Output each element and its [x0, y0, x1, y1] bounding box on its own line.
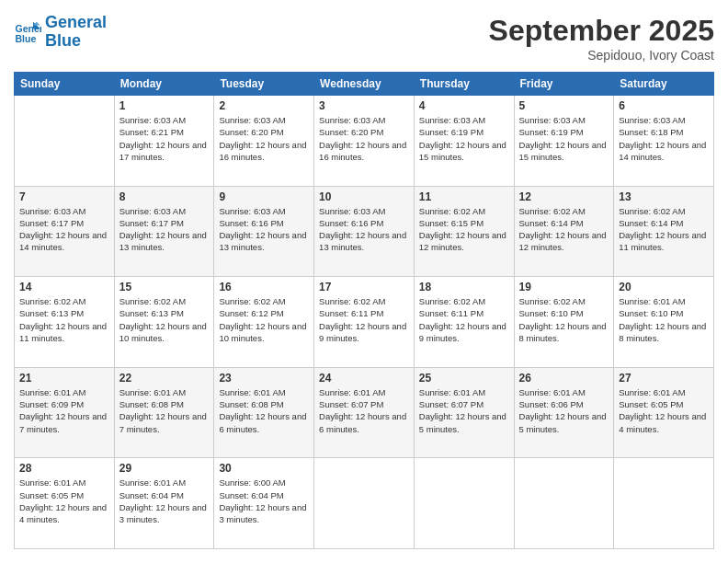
day-number: 26	[519, 372, 609, 385]
day-number: 29	[119, 462, 210, 475]
day-info: Sunrise: 6:00 AM Sunset: 6:04 PM Dayligh…	[219, 477, 309, 525]
table-row	[614, 458, 714, 549]
day-info: Sunrise: 6:03 AM Sunset: 6:16 PM Dayligh…	[319, 205, 409, 254]
day-number: 8	[119, 190, 210, 203]
table-row	[15, 96, 115, 187]
title-block: September 2025 Sepidouo, Ivory Coast	[489, 14, 714, 63]
day-number: 9	[219, 190, 309, 203]
table-row: 8Sunrise: 6:03 AM Sunset: 6:17 PM Daylig…	[114, 186, 214, 277]
day-number: 13	[619, 190, 709, 203]
day-number: 5	[519, 99, 609, 112]
day-info: Sunrise: 6:02 AM Sunset: 6:14 PM Dayligh…	[619, 205, 709, 254]
table-row: 22Sunrise: 6:01 AM Sunset: 6:08 PM Dayli…	[114, 367, 214, 458]
day-number: 22	[119, 372, 210, 385]
logo: General Blue General Blue	[14, 14, 107, 51]
day-info: Sunrise: 6:03 AM Sunset: 6:17 PM Dayligh…	[119, 205, 210, 254]
table-row: 9Sunrise: 6:03 AM Sunset: 6:16 PM Daylig…	[214, 186, 314, 277]
day-info: Sunrise: 6:02 AM Sunset: 6:15 PM Dayligh…	[419, 205, 509, 254]
table-row: 1Sunrise: 6:03 AM Sunset: 6:21 PM Daylig…	[114, 96, 214, 187]
day-number: 4	[419, 99, 509, 112]
svg-text:Blue: Blue	[16, 32, 37, 43]
table-row	[514, 458, 614, 549]
table-row: 7Sunrise: 6:03 AM Sunset: 6:17 PM Daylig…	[15, 186, 115, 277]
day-info: Sunrise: 6:03 AM Sunset: 6:19 PM Dayligh…	[519, 114, 609, 163]
table-row: 2Sunrise: 6:03 AM Sunset: 6:20 PM Daylig…	[214, 96, 314, 187]
table-row: 17Sunrise: 6:02 AM Sunset: 6:11 PM Dayli…	[314, 277, 415, 368]
day-number: 16	[219, 281, 309, 293]
table-row: 3Sunrise: 6:03 AM Sunset: 6:20 PM Daylig…	[314, 96, 415, 187]
day-info: Sunrise: 6:02 AM Sunset: 6:11 PM Dayligh…	[419, 295, 509, 344]
day-info: Sunrise: 6:02 AM Sunset: 6:12 PM Dayligh…	[219, 295, 309, 344]
day-number: 6	[619, 99, 709, 112]
table-row: 18Sunrise: 6:02 AM Sunset: 6:11 PM Dayli…	[414, 277, 514, 368]
table-row	[314, 458, 415, 549]
day-number: 15	[119, 281, 210, 293]
table-row: 24Sunrise: 6:01 AM Sunset: 6:07 PM Dayli…	[314, 367, 415, 458]
day-info: Sunrise: 6:01 AM Sunset: 6:09 PM Dayligh…	[19, 386, 109, 435]
day-info: Sunrise: 6:03 AM Sunset: 6:20 PM Dayligh…	[219, 114, 309, 163]
table-row: 11Sunrise: 6:02 AM Sunset: 6:15 PM Dayli…	[414, 186, 514, 277]
col-thursday: Thursday	[414, 73, 514, 96]
day-info: Sunrise: 6:03 AM Sunset: 6:17 PM Dayligh…	[19, 205, 109, 254]
day-info: Sunrise: 6:03 AM Sunset: 6:21 PM Dayligh…	[119, 114, 210, 163]
month-title: September 2025	[489, 14, 714, 48]
col-wednesday: Wednesday	[314, 73, 415, 96]
day-number: 12	[519, 190, 609, 203]
day-info: Sunrise: 6:01 AM Sunset: 6:05 PM Dayligh…	[19, 477, 109, 525]
day-info: Sunrise: 6:01 AM Sunset: 6:04 PM Dayligh…	[119, 477, 210, 525]
col-sunday: Sunday	[15, 73, 115, 96]
header: General Blue General Blue September 2025…	[14, 14, 714, 63]
table-row: 19Sunrise: 6:02 AM Sunset: 6:10 PM Dayli…	[514, 277, 614, 368]
table-row: 27Sunrise: 6:01 AM Sunset: 6:05 PM Dayli…	[614, 367, 714, 458]
table-row: 14Sunrise: 6:02 AM Sunset: 6:13 PM Dayli…	[15, 277, 115, 368]
day-number: 21	[19, 372, 109, 385]
table-row: 28Sunrise: 6:01 AM Sunset: 6:05 PM Dayli…	[15, 458, 115, 549]
table-row: 4Sunrise: 6:03 AM Sunset: 6:19 PM Daylig…	[414, 96, 514, 187]
day-number: 17	[319, 281, 409, 293]
day-info: Sunrise: 6:03 AM Sunset: 6:18 PM Dayligh…	[619, 114, 709, 163]
col-monday: Monday	[114, 73, 214, 96]
day-number: 2	[219, 99, 309, 112]
day-number: 23	[219, 372, 309, 385]
day-info: Sunrise: 6:03 AM Sunset: 6:16 PM Dayligh…	[219, 205, 309, 254]
table-row: 21Sunrise: 6:01 AM Sunset: 6:09 PM Dayli…	[15, 367, 115, 458]
day-number: 18	[419, 281, 509, 293]
day-info: Sunrise: 6:01 AM Sunset: 6:05 PM Dayligh…	[619, 386, 709, 435]
day-number: 7	[19, 190, 109, 203]
col-saturday: Saturday	[614, 73, 714, 96]
day-info: Sunrise: 6:01 AM Sunset: 6:06 PM Dayligh…	[519, 386, 609, 435]
day-number: 28	[19, 462, 109, 475]
day-number: 24	[319, 372, 409, 385]
day-info: Sunrise: 6:02 AM Sunset: 6:11 PM Dayligh…	[319, 295, 409, 344]
day-info: Sunrise: 6:01 AM Sunset: 6:08 PM Dayligh…	[219, 386, 309, 435]
day-number: 11	[419, 190, 509, 203]
day-number: 14	[19, 281, 109, 293]
logo-text: General Blue	[45, 14, 107, 51]
table-row: 13Sunrise: 6:02 AM Sunset: 6:14 PM Dayli…	[614, 186, 714, 277]
day-number: 20	[619, 281, 709, 293]
day-number: 30	[219, 462, 309, 475]
table-row: 30Sunrise: 6:00 AM Sunset: 6:04 PM Dayli…	[214, 458, 314, 549]
location: Sepidouo, Ivory Coast	[489, 48, 714, 63]
table-row: 16Sunrise: 6:02 AM Sunset: 6:12 PM Dayli…	[214, 277, 314, 368]
day-number: 1	[119, 99, 210, 112]
day-info: Sunrise: 6:01 AM Sunset: 6:07 PM Dayligh…	[419, 386, 509, 435]
table-row: 15Sunrise: 6:02 AM Sunset: 6:13 PM Dayli…	[114, 277, 214, 368]
day-info: Sunrise: 6:02 AM Sunset: 6:10 PM Dayligh…	[519, 295, 609, 344]
day-info: Sunrise: 6:03 AM Sunset: 6:20 PM Dayligh…	[319, 114, 409, 163]
table-row: 23Sunrise: 6:01 AM Sunset: 6:08 PM Dayli…	[214, 367, 314, 458]
day-info: Sunrise: 6:02 AM Sunset: 6:13 PM Dayligh…	[19, 295, 109, 344]
col-friday: Friday	[514, 73, 614, 96]
day-info: Sunrise: 6:01 AM Sunset: 6:07 PM Dayligh…	[319, 386, 409, 435]
calendar-table: Sunday Monday Tuesday Wednesday Thursday…	[14, 72, 714, 549]
table-row: 6Sunrise: 6:03 AM Sunset: 6:18 PM Daylig…	[614, 96, 714, 187]
table-row: 20Sunrise: 6:01 AM Sunset: 6:10 PM Dayli…	[614, 277, 714, 368]
day-info: Sunrise: 6:02 AM Sunset: 6:14 PM Dayligh…	[519, 205, 609, 254]
day-info: Sunrise: 6:02 AM Sunset: 6:13 PM Dayligh…	[119, 295, 210, 344]
day-number: 3	[319, 99, 409, 112]
table-row: 5Sunrise: 6:03 AM Sunset: 6:19 PM Daylig…	[514, 96, 614, 187]
day-number: 10	[319, 190, 409, 203]
calendar-header-row: Sunday Monday Tuesday Wednesday Thursday…	[15, 73, 714, 96]
logo-icon: General Blue	[14, 18, 41, 46]
day-info: Sunrise: 6:03 AM Sunset: 6:19 PM Dayligh…	[419, 114, 509, 163]
